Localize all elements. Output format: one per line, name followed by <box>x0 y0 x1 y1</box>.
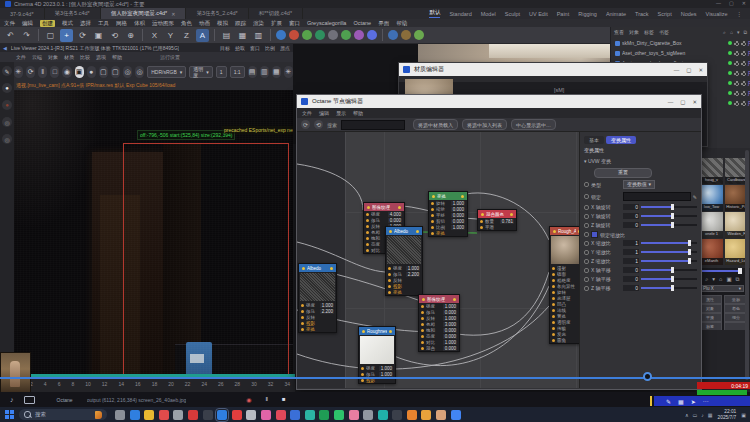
layout-tab-script[interactable]: Script <box>658 11 672 17</box>
texture-tag-icon[interactable] <box>741 81 746 86</box>
object-name[interactable]: skMn_Dirty_Cigarette_Box <box>622 40 726 46</box>
layout-tab-paint[interactable]: Paint <box>557 11 570 17</box>
material-tool-icon[interactable]: ⧉ <box>736 276 740 283</box>
node-editor-menu-item[interactable]: 文件 <box>302 110 312 116</box>
output-socket-icon[interactable] <box>510 213 513 216</box>
live-viewer-menu-item[interactable]: 比较 <box>80 54 90 60</box>
slider-track[interactable] <box>641 287 697 289</box>
texture-tag-icon[interactable] <box>734 61 739 66</box>
channel-socket-icon[interactable] <box>552 273 555 276</box>
slider-knob[interactable] <box>671 222 674 228</box>
texture-tag-icon[interactable] <box>741 71 746 76</box>
slider-value[interactable]: 0 <box>623 204 639 210</box>
layout-tab-nodes[interactable]: Nodes <box>681 11 697 17</box>
tray-icon[interactable]: ∧ <box>685 412 689 418</box>
material-thumbnail[interactable]: houg_v <box>700 158 723 184</box>
menu-item[interactable]: 文件 <box>4 20 15 27</box>
slider-value[interactable]: 1 <box>623 249 639 255</box>
menu-item[interactable]: 编辑 <box>22 20 33 27</box>
node-header[interactable]: 变换 <box>429 192 467 200</box>
parameter-socket-icon[interactable] <box>421 317 424 320</box>
layout-tab-visualize[interactable]: Visualize <box>706 11 728 17</box>
document-tab[interactable]: 第3任务5.c4d* <box>45 8 101 19</box>
anim-dot-icon[interactable] <box>584 259 589 264</box>
parameter-socket-icon[interactable] <box>366 213 369 216</box>
parameter-value[interactable]: 0.000 <box>451 219 465 224</box>
output-socket-icon[interactable] <box>461 195 464 198</box>
taskbar-app-icon[interactable] <box>378 410 388 420</box>
input-socket-icon[interactable] <box>367 206 370 209</box>
maximize-button[interactable]: ▢ <box>729 0 734 6</box>
red-ball-icon[interactable]: ● <box>2 100 12 110</box>
node-wire[interactable] <box>457 272 549 335</box>
pencil-icon[interactable]: ✎ <box>666 398 671 405</box>
slider-knob[interactable] <box>688 258 691 264</box>
anim-dot-icon[interactable] <box>584 223 589 228</box>
socket-icon[interactable] <box>388 291 391 294</box>
parameter-socket-icon[interactable] <box>421 347 424 350</box>
visibility-dot-icon[interactable] <box>728 41 732 45</box>
texture-tag-icon[interactable] <box>734 91 739 96</box>
parameter-socket-icon[interactable] <box>431 202 434 205</box>
camera-icon[interactable]: ▤ <box>248 66 257 78</box>
lock-scale-checkbox[interactable] <box>591 231 598 238</box>
document-tab[interactable]: 第3任务5_2.c4d* <box>186 8 248 19</box>
parameter-value[interactable]: 0.000 <box>451 207 465 212</box>
output-socket-icon[interactable] <box>398 206 401 209</box>
node-preview-thumbnail[interactable] <box>551 236 579 264</box>
tab-close-icon[interactable]: ✕ <box>171 11 175 17</box>
parameter-socket-icon[interactable] <box>431 208 434 211</box>
live-select-icon[interactable]: ▢ <box>44 29 57 42</box>
taskbar-app-icon[interactable] <box>407 410 417 420</box>
tray-icon[interactable]: ▦ <box>708 412 713 418</box>
channel-socket-icon[interactable] <box>552 303 555 306</box>
visibility-dot-icon[interactable] <box>728 61 732 65</box>
object-name[interactable]: Aset_other_toys_5_sigMeen <box>622 50 726 56</box>
material-tool-icon[interactable]: ▾ <box>712 276 715 283</box>
copy-icon[interactable]: ▦ <box>272 66 281 78</box>
globe-icon[interactable] <box>276 30 286 40</box>
minimize-button[interactable]: — <box>668 99 674 105</box>
folder-icon[interactable] <box>401 30 411 40</box>
parameter-socket-icon[interactable] <box>421 329 424 332</box>
parameter-socket-icon[interactable] <box>388 273 391 276</box>
pen-tool-icon[interactable]: ✎ <box>2 66 12 76</box>
notification-icon[interactable]: ▣ <box>741 412 746 418</box>
taskbar-app-icon[interactable] <box>188 410 198 420</box>
taskbar-app-icon[interactable] <box>319 410 329 420</box>
channel-socket-icon[interactable] <box>552 339 555 342</box>
channel-socket-icon[interactable] <box>552 279 555 282</box>
object-manager-tab[interactable]: 标签 <box>644 29 654 35</box>
texture-tag-icon[interactable] <box>734 101 739 106</box>
parameter-value[interactable]: 0.000 <box>451 213 465 218</box>
slider-knob[interactable] <box>671 267 674 273</box>
anim-dot-icon[interactable] <box>584 194 589 199</box>
node-graph-canvas[interactable]: 图像纹理强度4.000伽马0.000反转1.000色相3.000饱和0.000亮… <box>297 132 579 388</box>
output-socket-icon[interactable] <box>330 267 333 270</box>
parameter-value[interactable]: 1.000 <box>451 201 465 206</box>
channel-socket-icon[interactable] <box>552 291 555 294</box>
slider-knob[interactable] <box>671 276 674 282</box>
render-viewport[interactable]: off:-796,-506 start:(525,84) size:(292,3… <box>14 90 293 417</box>
texture-tag-icon[interactable] <box>741 101 746 106</box>
parameter-socket-icon[interactable] <box>388 267 391 270</box>
node-preview-thumbnail[interactable] <box>300 273 335 301</box>
slider-track[interactable] <box>641 278 697 280</box>
taskbar-app-icon[interactable] <box>144 410 154 420</box>
taskbar-search[interactable]: 搜索 <box>19 409 107 420</box>
object-manager-tab[interactable]: 书签 <box>659 29 669 35</box>
slider-value[interactable]: 1 <box>623 240 639 246</box>
node-header[interactable]: 图像纹理 <box>419 295 459 303</box>
minimize-button[interactable]: — <box>716 0 721 6</box>
parameter-value[interactable]: 0.781 <box>500 219 514 224</box>
reload-icon[interactable]: ⟳ <box>301 120 310 129</box>
material-tool-icon[interactable]: ⌕ <box>705 276 708 283</box>
parameter-value[interactable]: 0.000 <box>443 334 457 339</box>
material-tool-icon[interactable]: ⌂ <box>719 276 722 283</box>
anim-dot-icon[interactable] <box>584 268 589 273</box>
save-icon[interactable]: ▥ <box>260 66 269 78</box>
region-icon[interactable]: ▢ <box>99 66 108 78</box>
live-viewer-menu-item[interactable]: 目标 <box>220 45 230 51</box>
object-manager-tab[interactable]: 查看 <box>614 29 624 35</box>
parameter-socket-icon[interactable] <box>361 373 364 376</box>
